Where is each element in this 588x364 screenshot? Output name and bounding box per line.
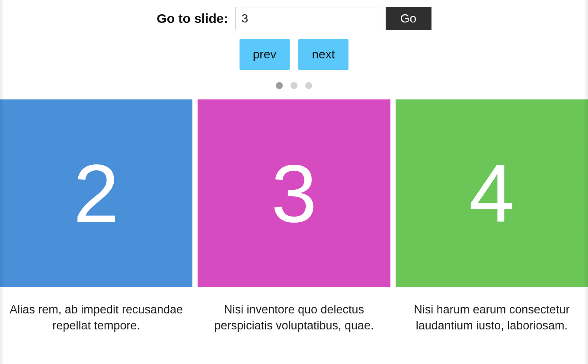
- go-button[interactable]: Go: [386, 7, 431, 30]
- slide-number: 4: [469, 152, 514, 234]
- dot-3[interactable]: [305, 82, 312, 89]
- goto-row: Go to slide: Go: [157, 7, 431, 30]
- goto-label: Go to slide:: [157, 11, 228, 26]
- nav-row: prev next: [0, 39, 588, 70]
- captions-row: Alias rem, ab impedit recusandae repella…: [0, 302, 588, 334]
- slide-4[interactable]: 4: [396, 99, 588, 287]
- slider[interactable]: 2 3 4: [0, 99, 588, 287]
- dot-1[interactable]: [276, 82, 283, 89]
- goto-input[interactable]: [235, 7, 381, 30]
- dot-2[interactable]: [291, 82, 297, 89]
- caption-2: Alias rem, ab impedit recusandae repella…: [0, 302, 192, 334]
- next-button[interactable]: next: [298, 39, 348, 70]
- slide-number: 2: [74, 152, 119, 234]
- slide-3[interactable]: 3: [198, 99, 390, 287]
- slide-2[interactable]: 2: [0, 99, 192, 287]
- controls-panel: Go to slide: Go prev next: [0, 0, 588, 89]
- slide-number: 3: [271, 152, 317, 234]
- caption-4: Nisi harum earum consectetur laudantium …: [396, 302, 588, 334]
- caption-3: Nisi inventore quo delectus perspiciatis…: [198, 302, 390, 334]
- pagination-dots: [0, 82, 588, 89]
- prev-button[interactable]: prev: [240, 39, 290, 70]
